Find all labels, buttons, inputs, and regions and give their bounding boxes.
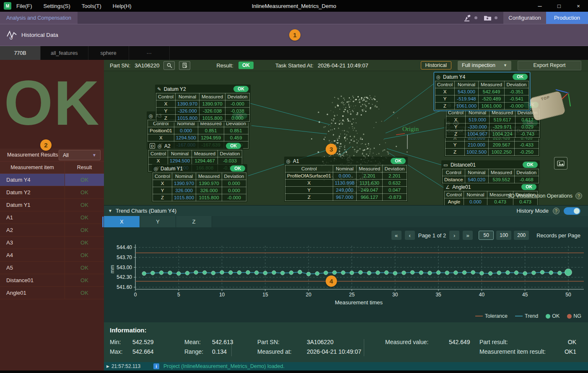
collapse-icon[interactable]: ▼ [108,208,112,213]
data-point[interactable] [332,270,337,275]
sidebar-scrollbar[interactable] [102,216,104,227]
data-point[interactable] [298,270,302,274]
records-per-page-50[interactable]: 50 [479,231,494,240]
data-point[interactable] [289,271,293,275]
data-point[interactable] [254,271,259,275]
data-point[interactable] [203,270,207,275]
data-point[interactable] [358,270,363,275]
measurement-item-row-distance01[interactable]: Distance01OK [0,274,104,287]
help-icon[interactable]: ? [575,193,582,199]
first-page-button[interactable]: « [391,231,401,240]
expand-log-icon[interactable]: ▶ [106,364,109,368]
data-point[interactable] [376,271,380,275]
data-point[interactable] [159,271,163,275]
data-point[interactable] [272,270,276,275]
menu-settings[interactable]: Settings(S) [44,3,70,9]
folder-icon[interactable] [483,14,492,22]
data-point[interactable] [246,270,250,275]
next-page-button[interactable]: › [449,231,459,240]
feature-tab-sphere[interactable]: sphere [88,46,129,60]
export-report-button[interactable]: Export Report [518,61,581,70]
data-point[interactable] [558,271,562,275]
data-point[interactable] [410,270,414,275]
records-per-page-100[interactable]: 100 [496,231,511,240]
data-point[interactable] [436,270,440,275]
data-point[interactable] [462,270,466,275]
feature-tab-770b[interactable]: 770B [0,46,41,60]
result-filter-dropdown[interactable]: All ▼ [59,150,101,160]
trend-header[interactable]: ▼ Trend Charts (Datum Y4) History Mode ? [104,206,588,216]
data-point[interactable] [480,271,484,275]
measurement-item-row-angle01[interactable]: Angle01OK [0,287,104,299]
data-point[interactable] [532,271,536,275]
robot-icon[interactable] [463,14,472,22]
measurement-item-row-datum-y4[interactable]: Datum Y4OK [0,174,104,186]
tab-analysis-and-compensation[interactable]: Analysis and Compensation [0,12,78,24]
data-point[interactable] [237,270,241,275]
history-mode-toggle[interactable] [564,207,580,215]
snapshot-button[interactable] [554,157,567,170]
feature-table-datum-y1[interactable]: ◎Datum Y1OKControlNominalMeasuredDeviati… [152,164,247,202]
data-point[interactable] [177,272,181,276]
data-point[interactable] [471,270,475,275]
data-point[interactable] [341,271,345,275]
3d-viewport[interactable]: Origin TOP 3D Visualization Operations ?… [104,71,588,205]
records-per-page-200[interactable]: 200 [514,231,529,240]
close-icon[interactable]: × [569,0,588,12]
data-point[interactable] [393,271,397,275]
data-point[interactable] [488,271,492,275]
search-button[interactable] [163,61,175,70]
measurement-item-row-a3[interactable]: A3OK [0,237,104,249]
data-point[interactable] [211,271,215,275]
prev-page-button[interactable]: ‹ [405,231,415,240]
data-point[interactable] [306,272,311,276]
data-point[interactable] [419,271,423,275]
data-point[interactable] [367,271,371,275]
report-view-button[interactable] [179,61,190,70]
data-point[interactable] [142,272,146,276]
minimize-icon[interactable]: ─ [530,0,549,12]
data-point[interactable] [185,271,189,275]
data-point[interactable] [506,270,510,275]
feature-table-datum-y2[interactable]: ✎Datum Y2OKControlNominalMeasuredDeviati… [155,85,251,123]
data-point[interactable] [229,270,233,275]
last-page-button[interactable]: » [463,231,473,240]
measurement-item-row-a1[interactable]: A1OK [0,211,104,224]
data-point[interactable] [549,271,553,275]
data-point[interactable] [263,271,267,275]
data-point[interactable] [523,271,527,275]
data-point[interactable] [220,270,224,275]
tabs-overflow-button[interactable]: ··· [129,46,170,60]
data-point[interactable] [497,271,501,275]
menu-tools[interactable]: Tools(T) [82,3,101,9]
data-point[interactable] [168,271,172,275]
data-point[interactable] [454,271,458,275]
measurement-item-row-a2[interactable]: A2OK [0,224,104,237]
maximize-icon[interactable]: □ [549,0,569,12]
feature-table-distance01[interactable]: ▭Distance01OKControlNominalMeasuredDevia… [441,160,540,184]
measurement-item-row-datum-y1[interactable]: Datum Y1OK [0,199,104,211]
data-point[interactable] [315,272,319,276]
inspection-mode-dropdown[interactable]: Full inspection ▼ [458,61,511,70]
configuration-button[interactable]: Configuration [503,12,546,24]
data-point[interactable] [540,270,544,275]
data-point[interactable] [514,271,518,275]
data-point[interactable] [350,271,354,275]
help-icon[interactable]: ? [553,208,560,214]
menu-file[interactable]: File(F) [16,3,32,9]
measurement-item-row-a4[interactable]: A4OK [0,249,104,262]
data-point[interactable] [324,271,328,275]
axis-tab-y[interactable]: Y [140,216,176,227]
feature-table-datum-y4[interactable]: ◎Datum Y4OKControlNominalMeasuredDeviati… [434,72,530,111]
historical-button[interactable]: Historical [421,61,451,69]
axis-tab-z[interactable]: Z [176,216,212,227]
data-point[interactable] [428,271,432,275]
production-button[interactable]: Production [546,12,588,24]
data-point[interactable] [445,271,449,275]
feature-table-a1[interactable]: ◎A1OKControlNominalMeasuredDeviationProf… [284,157,408,202]
data-point[interactable] [151,271,155,275]
data-point[interactable] [384,270,389,275]
data-point[interactable] [402,271,406,275]
menu-help[interactable]: Help(H) [113,3,132,9]
measurement-item-row-datum-y2[interactable]: Datum Y2OK [0,186,104,199]
